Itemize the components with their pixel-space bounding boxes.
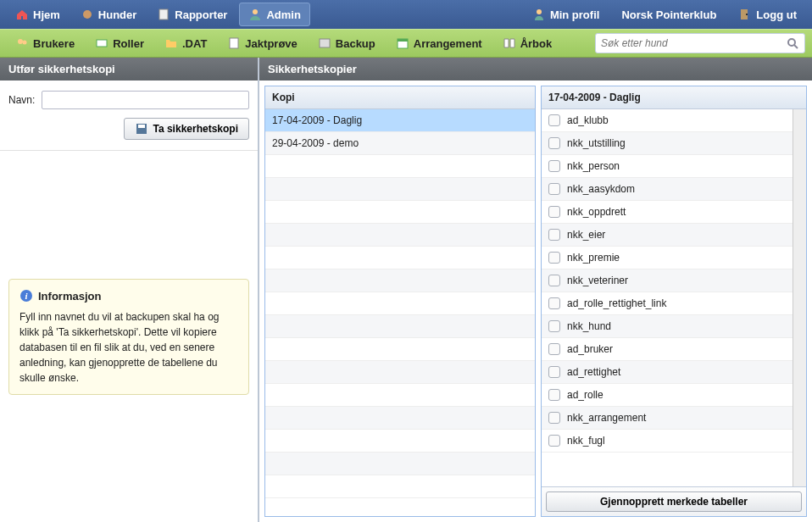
table-checkbox[interactable] xyxy=(548,137,560,149)
table-row[interactable]: nkk_utstilling xyxy=(542,132,793,155)
table-name: nkk_aasykdom xyxy=(567,183,635,195)
subnav-jaktprove[interactable]: Jaktprøve xyxy=(219,33,305,53)
search-input[interactable] xyxy=(601,37,786,49)
copy-row[interactable] xyxy=(265,269,535,292)
left-panel: Utfør sikkerhetskopi Navn: Ta sikkerhets… xyxy=(0,58,259,522)
button-label: Ta sikkerhetskopi xyxy=(153,123,239,135)
info-title-text: Informasjon xyxy=(38,288,101,305)
copy-row[interactable] xyxy=(265,384,535,407)
table-checkbox[interactable] xyxy=(548,183,560,195)
copy-row[interactable] xyxy=(265,475,535,498)
table-checkbox[interactable] xyxy=(548,275,560,286)
copy-row[interactable]: 17-04-2009 - Daglig xyxy=(265,109,535,132)
table-checkbox[interactable] xyxy=(548,206,560,218)
table-checkbox[interactable] xyxy=(548,229,560,241)
svg-rect-10 xyxy=(320,39,330,47)
copy-row[interactable] xyxy=(265,315,535,338)
subnav-label: Arrangement xyxy=(414,37,482,50)
copy-row[interactable] xyxy=(265,178,535,201)
copy-row[interactable] xyxy=(265,247,535,269)
nav-label: Rapporter xyxy=(175,8,227,21)
copy-row[interactable] xyxy=(265,201,535,224)
table-row[interactable]: ad_bruker xyxy=(542,338,793,361)
table-checkbox[interactable] xyxy=(548,389,560,401)
table-row[interactable]: nkk_veteriner xyxy=(542,269,793,292)
table-row[interactable]: ad_klubb xyxy=(542,109,793,132)
nav-profile[interactable]: Min profil xyxy=(524,3,609,25)
copy-label: 17-04-2009 - Daglig xyxy=(272,114,362,126)
table-checkbox[interactable] xyxy=(548,366,560,378)
nav-home[interactable]: Hjem xyxy=(7,3,69,25)
table-row[interactable]: ad_rettighet xyxy=(542,361,793,384)
table-name: ad_rettighet xyxy=(567,366,620,378)
search-icon[interactable] xyxy=(786,36,799,50)
table-row[interactable]: ad_rolle_rettighet_link xyxy=(542,292,793,315)
table-row[interactable]: nkk_arrangement xyxy=(542,407,793,430)
nav-admin[interactable]: Admin xyxy=(239,3,309,26)
subnav-brukere[interactable]: Brukere xyxy=(7,33,83,53)
table-checkbox[interactable] xyxy=(548,252,560,264)
table-row[interactable]: nkk_fugl xyxy=(542,430,793,453)
subnav-label: Årbok xyxy=(520,37,553,50)
table-row[interactable]: nkk_eier xyxy=(542,224,793,247)
nav-logout[interactable]: Logg ut xyxy=(730,3,805,25)
users-icon xyxy=(15,36,29,50)
copy-row[interactable] xyxy=(265,453,535,475)
copy-row[interactable] xyxy=(265,224,535,247)
table-checkbox[interactable] xyxy=(548,320,560,332)
table-checkbox[interactable] xyxy=(548,160,560,172)
right-panel: Sikkerhetskopier Kopi 17-04-2009 - Dagli… xyxy=(259,58,812,522)
table-checkbox[interactable] xyxy=(548,114,560,126)
name-label: Navn: xyxy=(8,94,35,106)
svg-point-6 xyxy=(18,39,23,44)
nav-dogs[interactable]: Hunder xyxy=(72,3,146,25)
copy-row[interactable] xyxy=(265,361,535,384)
subnav-arrangement[interactable]: Arrangement xyxy=(387,33,491,53)
save-icon xyxy=(135,122,148,136)
copy-row[interactable] xyxy=(265,292,535,315)
subnav-label: Backup xyxy=(336,37,375,50)
copy-row[interactable] xyxy=(265,338,535,361)
table-checkbox[interactable] xyxy=(548,412,560,424)
info-body: Fyll inn navnet du vil at backupen skal … xyxy=(19,309,238,386)
report-icon xyxy=(157,8,170,21)
table-row[interactable]: nkk_aasykdom xyxy=(542,178,793,201)
take-backup-button[interactable]: Ta sikkerhetskopi xyxy=(124,118,250,140)
table-checkbox[interactable] xyxy=(548,343,560,355)
table-row[interactable]: nkk_premie xyxy=(542,247,793,269)
left-panel-title: Utfør sikkerhetskopi xyxy=(0,58,258,81)
table-name: ad_klubb xyxy=(567,114,609,126)
table-row[interactable]: nkk_oppdrett xyxy=(542,201,793,224)
table-row[interactable]: nkk_person xyxy=(542,155,793,178)
copy-row[interactable]: 29-04-2009 - demo xyxy=(265,132,535,155)
subnav-dat[interactable]: .DAT xyxy=(156,33,215,53)
calendar-icon xyxy=(396,36,409,50)
copies-header: Kopi xyxy=(265,86,535,109)
restore-button[interactable]: Gjennopprett merkede tabeller xyxy=(546,491,802,512)
svg-point-0 xyxy=(83,10,92,19)
page-icon xyxy=(227,36,241,50)
copy-row[interactable] xyxy=(265,430,535,453)
subnav-arbok[interactable]: Årbok xyxy=(494,33,561,53)
svg-rect-9 xyxy=(230,38,238,48)
name-input[interactable] xyxy=(42,91,249,109)
svg-point-3 xyxy=(537,9,542,14)
table-row[interactable]: nkk_hund xyxy=(542,315,793,338)
svg-rect-1 xyxy=(159,9,168,19)
nav-reports[interactable]: Rapporter xyxy=(148,3,236,25)
scrollbar[interactable] xyxy=(793,109,806,486)
table-checkbox[interactable] xyxy=(548,297,560,309)
table-name: nkk_person xyxy=(567,160,620,172)
nav-label: Min profil xyxy=(550,8,600,21)
table-name: nkk_arrangement xyxy=(567,412,646,424)
table-checkbox[interactable] xyxy=(548,435,560,447)
copy-row[interactable] xyxy=(265,155,535,178)
subnav-roller[interactable]: Roller xyxy=(86,33,153,53)
main: Utfør sikkerhetskopi Navn: Ta sikkerhets… xyxy=(0,58,812,522)
svg-point-2 xyxy=(253,9,258,14)
tables-header: 17-04-2009 - Daglig xyxy=(542,86,806,109)
subnav-backup[interactable]: Backup xyxy=(309,33,384,53)
table-name: nkk_eier xyxy=(567,229,605,241)
table-row[interactable]: ad_rolle xyxy=(542,384,793,407)
copy-row[interactable] xyxy=(265,407,535,430)
